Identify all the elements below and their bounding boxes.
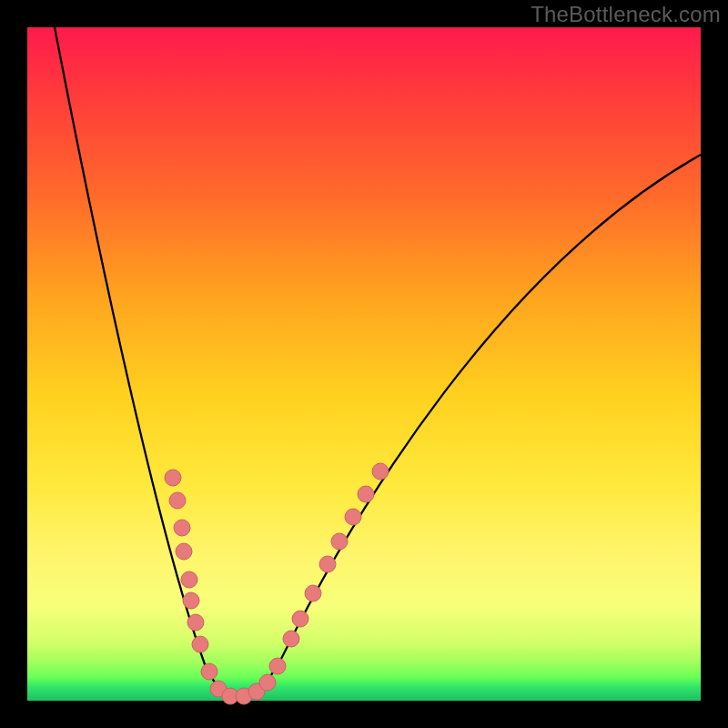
- data-marker: [176, 543, 192, 560]
- marker-group: [165, 463, 389, 704]
- data-marker: [169, 492, 186, 509]
- data-marker: [283, 631, 299, 647]
- data-marker: [183, 592, 199, 609]
- plot-area: [27, 27, 701, 701]
- data-marker: [192, 636, 208, 652]
- data-marker: [181, 571, 197, 588]
- chart-svg: [27, 27, 701, 701]
- chart-frame: TheBottleneck.com: [0, 0, 728, 728]
- data-marker: [305, 585, 321, 602]
- bottleneck-curve: [55, 27, 701, 696]
- watermark-text: TheBottleneck.com: [531, 2, 721, 27]
- data-marker: [358, 486, 374, 502]
- data-marker: [201, 663, 217, 680]
- data-marker: [292, 611, 308, 627]
- data-marker: [345, 509, 361, 525]
- data-marker: [174, 520, 190, 536]
- data-marker: [331, 533, 348, 550]
- data-marker: [372, 463, 389, 480]
- data-marker: [269, 658, 286, 674]
- data-marker: [165, 470, 181, 486]
- data-marker: [319, 556, 336, 572]
- data-marker: [259, 674, 276, 691]
- data-marker: [187, 614, 204, 631]
